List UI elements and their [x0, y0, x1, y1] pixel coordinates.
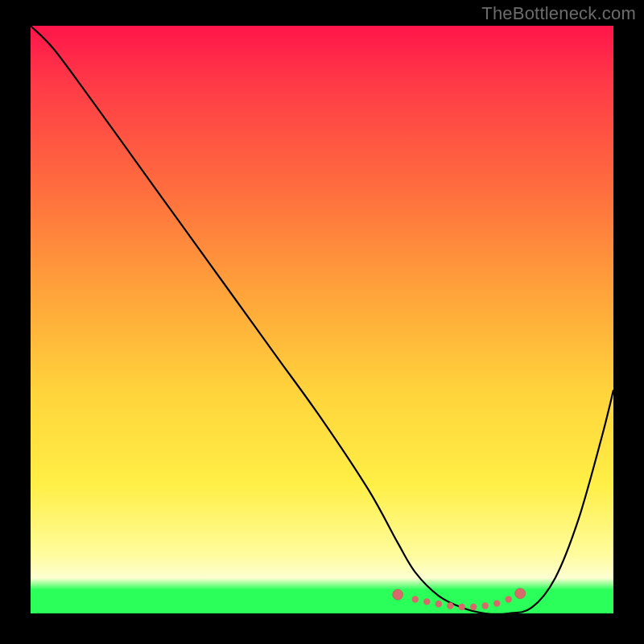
chart-frame: TheBottleneck.com [0, 0, 644, 644]
watermark-text: TheBottleneck.com [481, 3, 636, 24]
highlight-dot [493, 600, 500, 606]
highlight-dot [447, 602, 453, 609]
highlight-dot [470, 604, 477, 610]
highlight-dot [412, 596, 419, 602]
highlight-dot [393, 589, 403, 600]
highlight-dots-group [393, 588, 526, 611]
highlight-dot [506, 596, 512, 602]
curve-svg [31, 26, 613, 613]
highlight-dot [482, 602, 489, 609]
highlight-dot [459, 604, 465, 610]
plot-area [31, 26, 613, 613]
highlight-dot [436, 601, 442, 607]
highlight-dot [423, 598, 430, 605]
highlight-dot [515, 588, 526, 599]
bottleneck-curve [31, 26, 613, 614]
